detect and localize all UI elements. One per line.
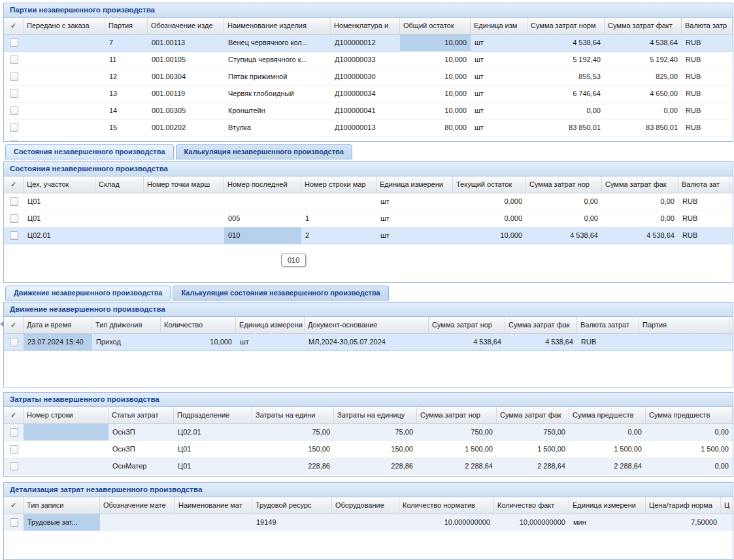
table-cell[interactable]: 1 500,00 <box>569 441 646 457</box>
table-cell[interactable]: RUB <box>678 210 729 227</box>
column-header[interactable]: Сумма предшеств <box>646 407 733 423</box>
table-cell[interactable]: 10,000 <box>400 137 471 142</box>
table-cell[interactable]: 001.00304 <box>148 69 224 85</box>
table-cell[interactable] <box>639 334 729 350</box>
table-row[interactable]: 14001.00305КронштейнД10000004110,000шт0,… <box>4 103 733 120</box>
table-row[interactable]: 13001.00119Червяк глобоидныйД10000003410… <box>4 86 733 103</box>
collapse-left-icon[interactable] <box>0 321 4 327</box>
table-cell[interactable] <box>175 514 252 531</box>
column-header[interactable]: Партия <box>105 18 148 34</box>
column-header[interactable]: Номер последней <box>224 176 301 193</box>
table-cell[interactable]: 2 <box>301 227 376 244</box>
table-cell[interactable]: шт <box>376 193 453 210</box>
column-header[interactable]: Обозначение мате <box>100 497 175 514</box>
column-header[interactable]: Валюта зат <box>678 176 729 193</box>
table-cell[interactable]: 0,00 <box>646 424 733 440</box>
table-cell[interactable] <box>24 86 105 102</box>
table-cell[interactable]: Д100000018 <box>331 137 400 142</box>
table-cell[interactable] <box>24 137 105 142</box>
row-checkbox[interactable] <box>4 210 24 227</box>
column-header[interactable]: Цена/тариф норма <box>646 497 721 514</box>
column-header[interactable]: Единица измерени <box>569 497 646 514</box>
column-header[interactable]: Трудовой ресурс <box>252 497 332 514</box>
table-cell[interactable]: МЛ,2024-30,05.07.2024 <box>305 334 429 350</box>
table-row[interactable]: Ц01шт0,0000,000,00RUB <box>4 193 733 210</box>
table-cell[interactable]: RUB <box>682 35 733 51</box>
table-cell[interactable]: 4 538,64 <box>527 35 605 51</box>
table-cell[interactable]: 11 <box>105 52 148 68</box>
table-cell[interactable]: Ц02.01 <box>174 424 252 440</box>
column-header[interactable]: Затраты на едини <box>252 407 334 423</box>
table-cell[interactable]: Втулка <box>224 120 331 136</box>
table-cell[interactable]: 2 048,00 <box>527 137 605 142</box>
column-header[interactable]: Номер строки мар <box>301 176 376 193</box>
table-cell[interactable] <box>24 458 108 474</box>
table-cell[interactable]: 10,000 <box>453 227 526 244</box>
table-cell[interactable]: 855,53 <box>527 69 605 85</box>
table-cell[interactable]: 750,00 <box>417 424 497 440</box>
table-row[interactable]: ОснЗПЦ02.0175,0075,00750,00750,000,000,0… <box>4 424 733 441</box>
column-header[interactable]: Количество норматив <box>399 497 494 514</box>
table-cell[interactable]: RUB <box>577 334 639 350</box>
table-cell[interactable] <box>332 514 399 531</box>
table-cell[interactable]: 010 <box>224 227 301 244</box>
column-header[interactable]: Тип движения <box>92 317 161 333</box>
table-cell[interactable]: 23.07.2024 15:40 <box>24 334 92 350</box>
table-cell[interactable]: шт <box>376 210 453 227</box>
table-cell[interactable]: RUB <box>678 227 729 244</box>
table-cell[interactable] <box>24 424 108 440</box>
table-cell[interactable]: RUB <box>678 193 729 210</box>
table-cell[interactable]: RUB <box>682 137 733 142</box>
column-header[interactable]: Сумма затрат нор <box>417 407 497 423</box>
table-cell[interactable]: шт <box>471 35 527 51</box>
table-cell[interactable]: 0,00 <box>527 103 605 119</box>
table-cell[interactable]: 80,000 <box>400 120 471 136</box>
table-cell[interactable]: RUB <box>682 52 733 68</box>
table-cell[interactable]: 0,000 <box>453 210 526 227</box>
column-header[interactable]: Документ-основание <box>305 317 429 333</box>
table-cell[interactable]: Червяк глобоидный <box>224 86 331 102</box>
row-checkbox[interactable] <box>4 52 24 68</box>
column-header[interactable]: Сумма затрат факт <box>605 18 682 34</box>
row-checkbox[interactable] <box>4 69 24 85</box>
table-row[interactable]: Ц02.010102шт10,0004 538,644 538,64RUB <box>4 227 733 244</box>
row-checkbox[interactable] <box>4 35 24 51</box>
table-cell[interactable]: 14 <box>105 103 148 119</box>
table-cell[interactable]: 0,00 <box>569 424 646 440</box>
table-row[interactable]: 7001.00113Венец червячного кол...Д100000… <box>4 35 733 52</box>
row-checkbox[interactable] <box>4 193 24 210</box>
table-cell[interactable]: Д100000033 <box>331 52 400 68</box>
table-cell[interactable]: шт <box>376 227 453 244</box>
table-cell[interactable]: шт <box>471 137 527 142</box>
table-cell[interactable] <box>24 69 105 85</box>
column-header[interactable]: Дата и время <box>24 317 92 333</box>
table-cell[interactable]: 10,000 <box>400 86 471 102</box>
row-checkbox[interactable] <box>4 334 24 350</box>
table-cell[interactable]: 4 538,64 <box>605 35 682 51</box>
table-cell[interactable]: 1 500,00 <box>417 441 497 457</box>
table-cell[interactable]: 228,86 <box>334 458 417 474</box>
table-cell[interactable] <box>100 514 175 531</box>
select-all-checkbox-header[interactable]: ✓ <box>4 176 24 193</box>
table-cell[interactable]: 10,000000000 <box>399 514 494 531</box>
column-header[interactable]: Сумма затрат норм <box>527 18 605 34</box>
table-cell[interactable]: Крепление фланцевое <box>224 137 331 142</box>
table-cell[interactable]: 750,00 <box>497 424 569 440</box>
table-cell[interactable]: ОснЗП <box>108 424 174 440</box>
table-cell[interactable]: 10,000 <box>400 35 471 51</box>
table-cell[interactable]: 15 <box>105 120 148 136</box>
select-all-checkbox-header[interactable]: ✓ <box>4 497 24 514</box>
table-cell[interactable] <box>224 193 301 210</box>
column-header[interactable]: Затраты на единицу <box>334 407 417 423</box>
table-cell[interactable]: 75,00 <box>252 424 334 440</box>
table-cell[interactable]: шт <box>471 120 527 136</box>
table-cell[interactable]: RUB <box>682 120 733 136</box>
table-cell[interactable]: Д100000034 <box>331 86 400 102</box>
table-cell[interactable]: 6 746,64 <box>527 86 605 102</box>
column-header[interactable]: Единица изм <box>471 18 527 34</box>
table-cell[interactable]: 228,86 <box>252 458 334 474</box>
tab[interactable]: Состояния незавершенного производства <box>5 144 174 159</box>
row-checkbox[interactable] <box>4 103 24 119</box>
table-cell[interactable]: 001.00105 <box>148 52 224 68</box>
table-cell[interactable]: 13 <box>105 86 148 102</box>
